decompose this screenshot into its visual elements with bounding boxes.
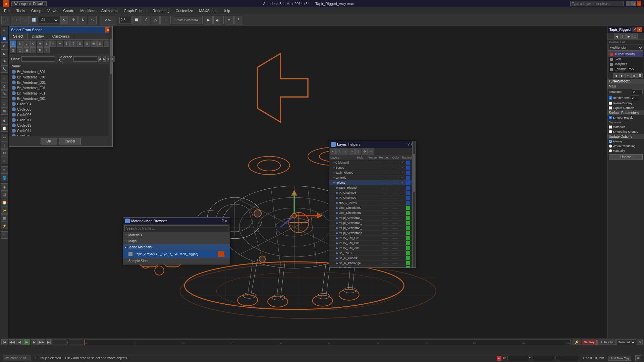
layer-tb-settings[interactable]: ⚙ bbox=[362, 148, 368, 155]
smoothing-groups-check[interactable] bbox=[609, 130, 612, 133]
layer-item-controls[interactable]: ≡ controls —— —— ✓ ● bbox=[329, 175, 416, 180]
select-tab-select[interactable]: Select bbox=[9, 33, 28, 39]
mod-config-stack[interactable]: ☰ bbox=[637, 73, 643, 78]
add-time-tag-btn[interactable]: Add Time Tag bbox=[608, 356, 631, 361]
sel-set-btn2[interactable]: ▶ bbox=[103, 56, 106, 62]
sel-tb-7[interactable]: P bbox=[50, 41, 56, 47]
menu-help[interactable]: Help bbox=[220, 8, 233, 13]
sel-tb-19[interactable]: ↕ bbox=[30, 47, 36, 53]
render-scene-btn[interactable]: 🎬 bbox=[1, 191, 8, 198]
menu-create[interactable]: Create bbox=[60, 8, 77, 13]
quick-render-btn[interactable]: ⚡ bbox=[1, 222, 8, 229]
layer-tb-del[interactable]: ✕ bbox=[336, 148, 342, 155]
select-by-name-button[interactable]: 🔡 bbox=[30, 16, 38, 24]
update-button[interactable]: Update bbox=[609, 154, 643, 160]
move-button[interactable]: ✛ bbox=[69, 16, 78, 24]
viewport-perspective[interactable]: [+] [Perspective] [Shaded + Edged Faces]… bbox=[9, 26, 607, 346]
mod-turbosm[interactable]: TurboSmooth bbox=[608, 52, 643, 57]
layer-item-tapir-rigged[interactable]: ≡ Tapir_Rigged —— —— ✓ ● bbox=[329, 170, 416, 175]
layer-sub-ptdrv-tail-c01[interactable]: ◆ PtDrv_Tail_C01 —— —— ● bbox=[329, 236, 416, 241]
list-item[interactable]: Bn_Vertebrae_F01 bbox=[9, 90, 112, 96]
named-sel[interactable]: 📋 bbox=[1, 124, 8, 132]
search-input[interactable] bbox=[570, 1, 624, 6]
sel-tb-14[interactable]: ⊡ bbox=[97, 41, 103, 47]
menu-customize[interactable]: Customize bbox=[173, 8, 196, 13]
select-button[interactable]: ↖ bbox=[60, 16, 68, 24]
close-button[interactable]: ✕ bbox=[637, 1, 641, 6]
menu-modifiers[interactable]: Modifiers bbox=[77, 8, 98, 13]
rotate-button[interactable]: ↻ bbox=[78, 16, 87, 24]
sel-tb-11[interactable]: ⊞ bbox=[77, 41, 83, 47]
isolate-sel[interactable]: ◉ bbox=[1, 117, 8, 124]
mat-browser-close[interactable]: ✕ bbox=[224, 219, 228, 223]
snap3d-btn[interactable]: ⋅ bbox=[1, 75, 8, 82]
layer-sub-be-r-hoof[interactable]: ◆ Be_R_Hoof8k —— —— ● bbox=[329, 256, 416, 261]
layer-mgr-btn[interactable]: ≡ bbox=[1, 166, 8, 174]
hierarchy-tab[interactable]: ⚙ bbox=[1, 42, 8, 50]
anim-prev-key[interactable]: ◀ bbox=[16, 339, 23, 345]
spinner-snap[interactable]: ⊕ bbox=[160, 16, 169, 24]
sel-tb-5[interactable]: H bbox=[37, 41, 43, 47]
always-radio[interactable] bbox=[609, 140, 612, 143]
mod-morpher[interactable]: Morpher bbox=[608, 62, 643, 67]
render-iters-check[interactable] bbox=[609, 96, 612, 100]
layer-list[interactable]: ≡ 0 (default) —— —— ✓ ● ≡ Bones —— —— ✓ … bbox=[329, 160, 416, 267]
normal-align-btn[interactable]: ↕ bbox=[1, 157, 8, 164]
menu-graph-editors[interactable]: Graph Editors bbox=[121, 8, 149, 13]
list-item[interactable]: Circle012 bbox=[9, 123, 112, 128]
total-frames-input[interactable]: 100 bbox=[69, 340, 82, 345]
snap-toggle[interactable]: 🔲 bbox=[132, 16, 141, 24]
layer-tb-new[interactable]: + bbox=[330, 148, 336, 155]
sel-tb-18[interactable]: ◼ bbox=[23, 47, 30, 53]
anim-next-key[interactable]: ▶ bbox=[31, 339, 38, 345]
scale-button[interactable]: ⤡ bbox=[88, 16, 97, 24]
play-anim[interactable]: ▶ bbox=[204, 16, 213, 24]
anim-prev-btn[interactable]: ◀◀ bbox=[9, 339, 15, 345]
layer-sub-be-r-phala1[interactable]: ◆ Be_R_Phalange —— —— ● bbox=[329, 261, 416, 266]
align-btn[interactable]: ⊟ bbox=[1, 149, 8, 157]
list-item[interactable]: Bn_Vertebrae_E01 bbox=[9, 85, 112, 90]
effects-btn[interactable]: ✨ bbox=[1, 206, 8, 214]
layer-sub-mspl-vert2[interactable]: ◆ mSpl_Vertebrae_ —— —— ● bbox=[329, 221, 416, 226]
layer-tb-select[interactable]: ↑ bbox=[342, 148, 348, 155]
modify-tab[interactable]: ▦ bbox=[1, 35, 8, 42]
filter-select[interactable]: All bbox=[39, 17, 59, 23]
workspace-dropdown[interactable]: Workspace: Default bbox=[11, 1, 47, 6]
mat-group-maps[interactable]: + Maps bbox=[123, 238, 230, 244]
timeline-bar[interactable]: 0 10 20 30 40 50 60 70 80 90 100 bbox=[84, 339, 571, 345]
key-filter-select[interactable]: Selected bbox=[616, 339, 636, 345]
anim-end-btn[interactable]: ▶| bbox=[46, 339, 52, 345]
list-item[interactable]: Bn_Vertebrae_C01 bbox=[9, 74, 112, 80]
motion-tab[interactable]: ▶ bbox=[1, 50, 8, 57]
menu-animation[interactable]: Animation bbox=[99, 8, 120, 13]
x-input[interactable] bbox=[507, 356, 527, 361]
sel-tb-4[interactable]: C bbox=[30, 41, 36, 47]
timeline-settings[interactable]: ⚙ bbox=[637, 340, 643, 345]
anim-start-btn[interactable]: |◀ bbox=[1, 339, 8, 345]
list-item[interactable]: Circle004 bbox=[9, 101, 112, 107]
materials-check[interactable] bbox=[609, 125, 612, 129]
sel-tb-6[interactable]: B bbox=[44, 41, 50, 47]
render-type-btn[interactable]: ▦ bbox=[1, 214, 8, 222]
ribbon-toggle[interactable]: ⋮ bbox=[234, 16, 243, 24]
layer-sub-mspl-vert3[interactable]: ◆ mSpl_Vertebrae_ —— —— ● bbox=[329, 226, 416, 231]
select-object-button[interactable]: ⬛ bbox=[20, 16, 29, 24]
y-input[interactable] bbox=[533, 356, 553, 361]
sel-tb-1[interactable]: G bbox=[10, 41, 16, 47]
create-tab[interactable]: + bbox=[1, 27, 8, 34]
list-item[interactable]: Bn_Vertebrae_B01 bbox=[9, 69, 112, 74]
modifier-list-dropdown[interactable]: Modifier List bbox=[608, 45, 643, 51]
snap-input[interactable] bbox=[119, 17, 131, 23]
layer-sub-be-tail01[interactable]: ◆ Be_Tail01 —— —— ● bbox=[329, 251, 416, 256]
when-rendering-radio[interactable] bbox=[609, 144, 612, 148]
minimize-button[interactable]: ─ bbox=[626, 1, 631, 6]
z-input[interactable] bbox=[559, 356, 579, 361]
layer-sub-line-dir01[interactable]: ◆ Line_Direction01 —— —— ● bbox=[329, 210, 416, 216]
select-region-btn[interactable]: □ bbox=[1, 100, 8, 107]
current-frame-input[interactable]: 0 bbox=[53, 340, 66, 345]
mod-editable-poly[interactable]: Editable Poly bbox=[608, 67, 643, 72]
isoline-check[interactable] bbox=[609, 102, 612, 105]
set-key-btn[interactable]: Set Key bbox=[582, 340, 597, 345]
explicit-normals-check[interactable] bbox=[609, 106, 612, 110]
menu-maxscript[interactable]: MAXScript bbox=[197, 8, 219, 13]
